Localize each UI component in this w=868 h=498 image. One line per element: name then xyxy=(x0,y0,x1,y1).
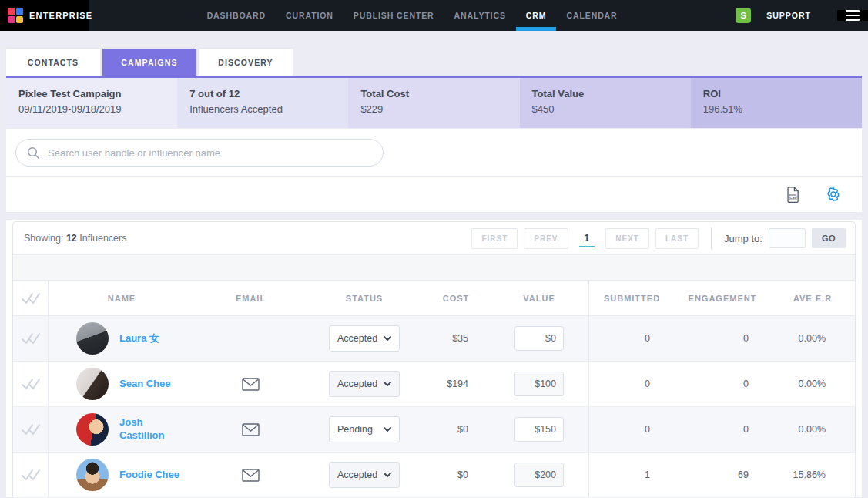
svg-text:CSV: CSV xyxy=(790,195,797,199)
table-row: Laura 女 Accepted $35 $0 0 0 0.00% xyxy=(13,316,855,362)
pagination: FIRST PREV 1 NEXT LAST Jump to: GO xyxy=(471,227,846,249)
showing-count: Showing: 12 Influencers xyxy=(24,233,126,244)
stat-accepted: 7 out of 12 Influencers Accepted xyxy=(177,78,348,128)
table-toolbar-strip xyxy=(13,255,855,281)
row-select-check[interactable] xyxy=(13,407,49,452)
nav-item-publish-center[interactable]: PUBLISH CENTER xyxy=(344,0,444,31)
cost-value: $0 xyxy=(422,424,490,435)
brand-logo-block[interactable]: ENTERPRISE xyxy=(0,0,89,31)
nav-item-calendar[interactable]: CALENDAR xyxy=(556,0,627,31)
tab-discovery[interactable]: DISCOVERY xyxy=(199,49,293,76)
table-body: Laura 女 Accepted $35 $0 0 0 0.00% xyxy=(13,316,855,498)
hamburger-menu-icon[interactable] xyxy=(837,10,868,21)
pagination-current-page[interactable]: 1 xyxy=(579,229,595,247)
plan-badge[interactable]: S xyxy=(736,8,751,23)
pagination-prev-button[interactable]: PREV xyxy=(524,228,568,249)
search-icon xyxy=(27,146,40,160)
email-icon[interactable] xyxy=(242,469,260,482)
row-select-check[interactable] xyxy=(13,453,49,497)
engagement-value: 0 xyxy=(675,424,770,435)
col-header-cost: COST xyxy=(422,294,490,303)
tab-campaigns[interactable]: CAMPAIGNS xyxy=(102,49,196,76)
support-link[interactable]: SUPPORT xyxy=(766,11,811,20)
nav-right-group: S SUPPORT xyxy=(736,0,868,31)
ave-er-value: 15.86% xyxy=(770,469,855,480)
select-all-check[interactable] xyxy=(13,281,49,315)
pagination-next-button[interactable]: NEXT xyxy=(605,228,649,249)
influencer-avatar[interactable] xyxy=(76,413,109,446)
table-row: Foodie Chee Accepted $0 $200 1 69 15.8 xyxy=(13,453,855,498)
stat-campaign-dates: 09/11/2019-09/18/2019 xyxy=(18,103,165,115)
pixlee-logo-icon xyxy=(8,8,23,23)
search-card: CSV xyxy=(6,129,862,212)
table-row: Josh Castillion Pending $0 $150 0 0 0. xyxy=(13,407,855,453)
value-input[interactable]: $200 xyxy=(514,463,564,487)
chevron-down-icon xyxy=(384,473,391,477)
ave-er-value: 0.00% xyxy=(770,379,855,389)
engagement-value: 69 xyxy=(675,469,770,480)
tab-contacts[interactable]: CONTACTS xyxy=(6,49,100,76)
table-header: NAME EMAIL STATUS COST VALUE SUBMITTED E… xyxy=(13,281,855,316)
nav-item-analytics[interactable]: ANALYTICS xyxy=(444,0,516,31)
settings-icon[interactable] xyxy=(825,186,842,203)
search-input[interactable] xyxy=(48,147,372,159)
status-dropdown[interactable]: Accepted xyxy=(329,371,400,397)
stat-campaign-name: Pixlee Test Campaign 09/11/2019-09/18/20… xyxy=(6,78,177,128)
ave-er-value: 0.00% xyxy=(770,333,855,344)
influencer-avatar[interactable] xyxy=(76,322,109,355)
influencer-table-card: Showing: 12 Influencers FIRST PREV 1 NEX… xyxy=(6,220,862,497)
table-controls: Showing: 12 Influencers FIRST PREV 1 NEX… xyxy=(13,222,855,255)
crm-tabs: CONTACTS CAMPAIGNS DISCOVERY xyxy=(6,49,862,76)
table-row: Sean Chee Accepted $194 $100 0 0 0.00% xyxy=(13,362,855,407)
nav-item-crm[interactable]: CRM xyxy=(516,0,557,31)
engagement-value: 0 xyxy=(675,379,770,389)
influencer-avatar[interactable] xyxy=(76,459,109,491)
go-button[interactable]: GO xyxy=(812,228,846,248)
engagement-value: 0 xyxy=(675,333,770,344)
row-select-check[interactable] xyxy=(13,362,49,406)
row-select-check[interactable] xyxy=(13,316,49,361)
cost-value: $194 xyxy=(422,379,490,389)
submitted-value: 1 xyxy=(588,453,675,497)
submitted-value: 0 xyxy=(588,316,675,361)
jump-to-input[interactable] xyxy=(769,228,806,248)
status-dropdown[interactable]: Accepted xyxy=(329,325,400,352)
pagination-last-button[interactable]: LAST xyxy=(655,228,699,249)
chevron-down-icon xyxy=(384,382,391,386)
value-input[interactable]: $100 xyxy=(514,372,564,396)
influencer-name-link[interactable]: Laura 女 xyxy=(119,332,159,345)
stat-total-value: Total Value $450 xyxy=(520,78,691,128)
cost-value: $35 xyxy=(422,333,490,344)
csv-export-icon[interactable]: CSV xyxy=(786,187,800,203)
col-header-status: STATUS xyxy=(307,294,422,303)
col-header-value: VALUE xyxy=(490,294,588,303)
campaign-stats-bar: Pixlee Test Campaign 09/11/2019-09/18/20… xyxy=(6,78,862,128)
col-header-ave-er: AVE E.R xyxy=(770,294,855,303)
brand-name: ENTERPRISE xyxy=(29,11,92,20)
status-dropdown[interactable]: Accepted xyxy=(329,462,400,488)
nav-item-dashboard[interactable]: DASHBOARD xyxy=(197,0,276,31)
email-icon[interactable] xyxy=(242,423,260,436)
value-input[interactable]: $150 xyxy=(514,417,564,442)
chevron-down-icon xyxy=(384,336,391,341)
pagination-first-button[interactable]: FIRST xyxy=(471,228,518,249)
email-icon[interactable] xyxy=(242,378,260,391)
submitted-value: 0 xyxy=(588,362,675,406)
search-bar[interactable] xyxy=(15,139,384,167)
influencer-name-link[interactable]: Foodie Chee xyxy=(119,469,179,482)
influencer-avatar[interactable] xyxy=(76,368,109,400)
influencer-name-link[interactable]: Sean Chee xyxy=(119,378,170,391)
value-input[interactable]: $0 xyxy=(514,326,564,351)
nav-item-curation[interactable]: CURATION xyxy=(276,0,344,31)
col-header-email: EMAIL xyxy=(195,294,307,303)
jump-to-label: Jump to: xyxy=(724,233,762,244)
top-navbar: ENTERPRISE DASHBOARD CURATION PUBLISH CE… xyxy=(0,0,868,31)
submitted-value: 0 xyxy=(588,407,675,452)
influencer-name-link[interactable]: Josh Castillion xyxy=(119,416,186,442)
stat-roi: ROI 196.51% xyxy=(691,78,862,128)
status-dropdown[interactable]: Pending xyxy=(329,416,400,442)
nav-menu: DASHBOARD CURATION PUBLISH CENTER ANALYT… xyxy=(197,0,628,31)
ave-er-value: 0.00% xyxy=(770,424,855,435)
col-header-engagement: ENGAGEMENT xyxy=(675,294,770,303)
cost-value: $0 xyxy=(422,469,490,480)
